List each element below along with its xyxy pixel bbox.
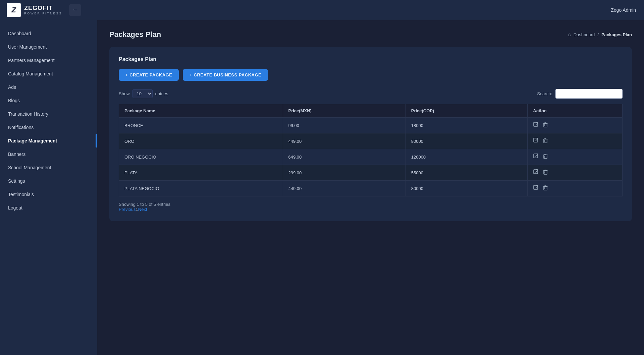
create-package-button[interactable]: + CREATE PACKAGE	[119, 69, 179, 81]
svg-rect-17	[544, 186, 547, 190]
delete-icon[interactable]	[542, 137, 548, 145]
delete-icon[interactable]	[542, 185, 548, 192]
topbar: Z ZEGOFIT POWER FITNESS ← Zego Admin	[0, 0, 644, 20]
cell-package-name: BRONCE	[119, 118, 283, 133]
action-icons	[533, 122, 617, 129]
card-title: Packages Plan	[119, 56, 623, 62]
topbar-right: Zego Admin	[611, 7, 636, 13]
cell-price-mxn: 449.00	[283, 181, 406, 196]
cell-price-cop: 80000	[406, 133, 528, 149]
sidebar-item-banners[interactable]: Banners	[0, 147, 97, 161]
cell-price-cop: 18000	[406, 118, 528, 133]
cell-action	[528, 133, 623, 149]
pagination-previous[interactable]: Previous	[119, 207, 136, 212]
entries-label: entries	[155, 91, 168, 96]
sidebar-item-logout[interactable]: Logout	[0, 201, 97, 215]
breadcrumb-sep: /	[597, 32, 599, 37]
sidebar-item-transaction-history[interactable]: Transaction History	[0, 107, 97, 121]
cell-package-name: ORO NEGOCIO	[119, 149, 283, 165]
logo-letter: Z	[11, 6, 16, 14]
edit-icon[interactable]	[533, 137, 539, 145]
pagination-next[interactable]: Next	[138, 207, 147, 212]
cell-price-mxn: 649.00	[283, 149, 406, 165]
sidebar-item-partners-management[interactable]: Partners Management	[0, 54, 97, 67]
svg-rect-4	[534, 138, 538, 142]
pagination-row: Showing 1 to 5 of 5 entries Previous1Nex…	[119, 202, 623, 212]
main-content: Packages Plan ⌂ Dashboard / Packages Pla…	[97, 20, 644, 355]
admin-label: Zego Admin	[611, 7, 636, 13]
sidebar-item-ads[interactable]: Ads	[0, 80, 97, 94]
col-header-package-name: Package Name	[119, 104, 283, 118]
table-header: Package NamePrice(MXN)Price(COP)Action	[119, 104, 623, 118]
action-icons	[533, 153, 617, 161]
packages-table: Package NamePrice(MXN)Price(COP)Action B…	[119, 104, 623, 196]
search-input[interactable]	[555, 89, 623, 99]
search-box: Search:	[537, 89, 623, 99]
cell-action	[528, 149, 623, 165]
back-button[interactable]: ←	[69, 4, 81, 16]
sidebar-item-catalog-management[interactable]: Catalog Management	[0, 67, 97, 80]
sidebar-item-package-management[interactable]: Package Management	[0, 134, 97, 147]
page-header: Packages Plan ⌂ Dashboard / Packages Pla…	[109, 30, 632, 39]
logo-brand: ZEGOFIT	[24, 5, 62, 12]
col-header-price-mxn-: Price(MXN)	[283, 104, 406, 118]
svg-rect-9	[544, 155, 547, 159]
svg-rect-1	[544, 123, 547, 127]
sidebar-item-dashboard[interactable]: Dashboard	[0, 27, 97, 40]
cell-price-cop: 80000	[406, 181, 528, 196]
page-title: Packages Plan	[109, 30, 161, 39]
breadcrumb: ⌂ Dashboard / Packages Plan	[568, 32, 632, 37]
edit-icon[interactable]	[533, 122, 539, 129]
sidebar-item-school-management[interactable]: School Management	[0, 161, 97, 174]
breadcrumb-dashboard[interactable]: Dashboard	[574, 32, 595, 37]
table-row: ORO NEGOCIO649.00120000	[119, 149, 623, 165]
delete-icon[interactable]	[542, 122, 548, 129]
logo-sub: POWER FITNESS	[24, 12, 62, 15]
sidebar-item-blogs[interactable]: Blogs	[0, 94, 97, 107]
sidebar-item-user-management[interactable]: User Management	[0, 40, 97, 54]
table-body: BRONCE99.0018000ORO449.0080000ORO NEGOCI…	[119, 118, 623, 196]
table-row: BRONCE99.0018000	[119, 118, 623, 133]
sidebar: DashboardUser ManagementPartners Managem…	[0, 20, 97, 355]
edit-icon[interactable]	[533, 169, 539, 176]
cell-package-name: PLATA NEGOCIO	[119, 181, 283, 196]
topbar-left: Z ZEGOFIT POWER FITNESS ←	[0, 3, 97, 17]
cell-price-mxn: 449.00	[283, 133, 406, 149]
edit-icon[interactable]	[533, 185, 539, 192]
entries-select[interactable]: 102550100	[132, 89, 153, 98]
button-row: + CREATE PACKAGE + CREATE BUSINESS PACKA…	[119, 69, 623, 81]
svg-rect-16	[534, 185, 538, 189]
col-header-price-cop-: Price(COP)	[406, 104, 528, 118]
cell-action	[528, 181, 623, 196]
action-icons	[533, 169, 617, 176]
sidebar-item-testimonials[interactable]: Testimonials	[0, 188, 97, 201]
svg-rect-13	[544, 171, 547, 174]
col-header-action: Action	[528, 104, 623, 118]
table-controls: Show 102550100 entries Search:	[119, 89, 623, 99]
show-label: Show	[119, 91, 130, 96]
sidebar-item-notifications[interactable]: Notifications	[0, 121, 97, 134]
svg-rect-5	[544, 139, 547, 143]
pagination-info: Showing 1 to 5 of 5 entries	[119, 202, 170, 207]
edit-icon[interactable]	[533, 153, 539, 161]
sidebar-item-settings[interactable]: Settings	[0, 174, 97, 188]
create-business-package-button[interactable]: + CREATE BUSINESS PACKAGE	[183, 69, 268, 81]
svg-rect-8	[534, 154, 538, 158]
delete-icon[interactable]	[542, 153, 548, 161]
action-icons	[533, 185, 617, 192]
layout: DashboardUser ManagementPartners Managem…	[0, 20, 644, 355]
show-entries: Show 102550100 entries	[119, 89, 168, 98]
cell-price-mxn: 99.00	[283, 118, 406, 133]
cell-package-name: PLATA	[119, 165, 283, 181]
logo-box: Z	[7, 3, 21, 17]
cell-package-name: ORO	[119, 133, 283, 149]
table-row: ORO449.0080000	[119, 133, 623, 149]
search-label: Search:	[537, 91, 552, 96]
delete-icon[interactable]	[542, 169, 548, 176]
breadcrumb-current: Packages Plan	[601, 32, 632, 37]
cell-action	[528, 165, 623, 181]
header-row: Package NamePrice(MXN)Price(COP)Action	[119, 104, 623, 118]
pagination-page[interactable]: 1	[136, 207, 138, 212]
svg-rect-12	[534, 170, 538, 174]
packages-card: Packages Plan + CREATE PACKAGE + CREATE …	[109, 47, 632, 221]
